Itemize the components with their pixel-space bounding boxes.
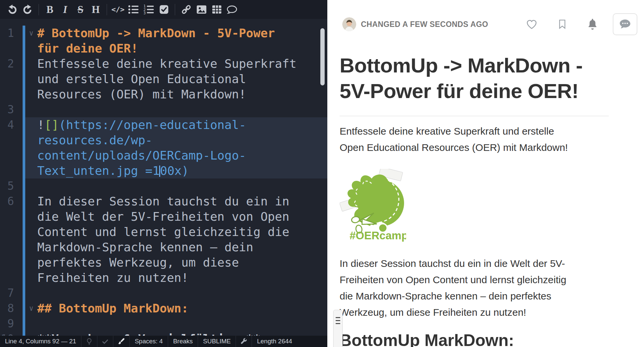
authorship-bar <box>23 102 25 117</box>
code-line-2-row3[interactable]: Resources (OER) mit Markdown! <box>0 87 327 102</box>
link-icon[interactable] <box>178 3 194 17</box>
authorship-bar <box>23 286 25 301</box>
gutter-gap <box>14 286 23 301</box>
code-line-8[interactable]: 8∨## BottomUp MarkDown: <box>0 301 327 316</box>
line-number: 9 <box>0 316 14 331</box>
code-text: Markdown-Sprache kennen – dein <box>37 240 253 255</box>
authorship-bar <box>23 316 25 331</box>
line-number <box>0 87 14 102</box>
code-line-6-row3[interactable]: Content und lernst gleichzeitig die <box>0 224 327 240</box>
toolbar-separator <box>175 4 175 15</box>
line-number <box>0 270 14 286</box>
line-number: 7 <box>0 286 14 301</box>
gutter-gap <box>14 102 23 117</box>
avatar[interactable] <box>342 17 356 31</box>
preferences-button[interactable] <box>236 336 252 347</box>
night-mode-toggle[interactable] <box>81 336 97 347</box>
brush-toggle[interactable] <box>113 336 129 347</box>
code-line-9[interactable]: 9 <box>0 316 327 331</box>
code-icon[interactable]: </> <box>110 3 126 17</box>
gutter-gap <box>14 301 23 316</box>
code-line-5[interactable]: 5 <box>0 178 327 194</box>
code-line-10[interactable]: 10**Verwahren & Vervielfältigen** <box>0 331 327 336</box>
authorship-bar <box>23 71 25 87</box>
fold-gutter <box>25 224 37 240</box>
code-line-6-row1[interactable]: 6In dieser Session tauchst du ein in <box>0 194 327 209</box>
fold-gutter <box>25 148 37 163</box>
code-line-6-row5[interactable]: perfektes Werkzeug, um diese <box>0 255 327 270</box>
toc-expand-handle[interactable] <box>333 310 343 347</box>
bold-icon[interactable]: B <box>42 3 57 17</box>
strikethrough-icon[interactable]: S <box>73 3 88 17</box>
fold-gutter <box>25 102 37 117</box>
gutter-gap <box>14 87 23 102</box>
code-text: Content und lernst gleichzeitig die <box>37 224 289 240</box>
code-line-1-row2[interactable]: für deine OER! <box>0 41 327 56</box>
gutter-gap <box>14 209 23 224</box>
wrench-icon[interactable] <box>240 338 247 345</box>
linebreak-setting-label[interactable]: Breaks <box>168 336 198 347</box>
keymap-setting-label[interactable]: SUBLIME <box>198 336 236 347</box>
rendered-document: BottomUp -> MarkDown - 5V-Power für dein… <box>327 53 610 347</box>
code-line-1-row1[interactable]: 1∨# BottomUp -> MarkDown - 5V-Power <box>0 26 327 41</box>
code-text: ## BottomUp MarkDown: <box>37 301 188 316</box>
editor-scrollbar[interactable] <box>320 28 325 85</box>
code-line-4-row3[interactable]: content/uploads/OERCamp-Logo- <box>0 148 327 163</box>
comment-icon[interactable] <box>224 3 240 17</box>
code-line-2-row1[interactable]: 2Entfessele deine kreative Superkraft <box>0 56 327 71</box>
code-line-2-row2[interactable]: und erstelle Open Educational <box>0 71 327 87</box>
image-icon[interactable] <box>194 3 209 17</box>
unordered-list-icon[interactable] <box>126 3 141 17</box>
ordered-list-icon[interactable]: 123 <box>141 3 156 17</box>
checklist-icon[interactable] <box>156 3 171 17</box>
authorship-bar <box>23 163 25 178</box>
bell-icon[interactable] <box>587 19 598 30</box>
gutter-gap <box>14 178 23 194</box>
logo-caption: #OERcamp <box>350 229 406 242</box>
gutter-gap <box>14 41 23 56</box>
authorship-bar <box>23 148 25 163</box>
check-icon[interactable] <box>102 338 109 345</box>
spellcheck-toggle[interactable] <box>97 336 113 347</box>
comment-button[interactable] <box>613 13 637 35</box>
toolbar-separator <box>39 4 39 15</box>
gutter-gap <box>14 240 23 255</box>
line-number: 2 <box>0 56 14 71</box>
code-editor[interactable]: 1∨# BottomUp -> MarkDown - 5V-Powerfür d… <box>0 19 327 336</box>
heading-icon[interactable]: H <box>88 3 103 17</box>
code-line-6-row4[interactable]: Markdown-Sprache kennen – dein <box>0 240 327 255</box>
gutter-gap <box>14 194 23 209</box>
table-icon[interactable] <box>209 3 224 17</box>
app-window: BISH</>123 1∨# BottomUp -> MarkDown - 5V… <box>0 0 644 347</box>
doc-length-label: Length 2644 <box>252 336 297 347</box>
line-number: 8 <box>0 301 14 316</box>
undo-icon[interactable] <box>5 3 20 17</box>
bookmark-icon[interactable] <box>557 19 568 30</box>
code-text: Freiheiten zu nutzen! <box>37 270 188 286</box>
code-line-3[interactable]: 3 <box>0 102 327 117</box>
heart-icon[interactable] <box>526 18 538 30</box>
doc-subheading: BottomUp MarkDown: <box>340 330 610 347</box>
authorship-bar <box>23 331 25 336</box>
brush-icon[interactable] <box>118 338 125 345</box>
code-line-4-row1[interactable]: 4![](https://open-educational- <box>0 117 327 133</box>
code-line-7[interactable]: 7 <box>0 286 327 301</box>
editor-statusbar: Line 4, Columns 92 — 21Spaces: 4BreaksSU… <box>0 336 327 347</box>
lightbulb-icon[interactable] <box>86 338 93 345</box>
authorship-bar <box>23 56 25 71</box>
authorship-bar <box>23 133 25 148</box>
authorship-bar <box>23 194 25 209</box>
fold-gutter <box>25 286 37 301</box>
redo-icon[interactable] <box>20 3 35 17</box>
indent-setting-label[interactable]: Spaces: 4 <box>130 336 168 347</box>
italic-icon[interactable]: I <box>57 3 73 17</box>
code-line-4-row2[interactable]: resources.de/wp- <box>0 133 327 148</box>
code-line-6-row2[interactable]: die Welt der 5V-Freiheiten von Open <box>0 209 327 224</box>
fold-chevron-icon[interactable]: ∨ <box>25 26 37 41</box>
line-number <box>0 209 14 224</box>
code-line-6-row6[interactable]: Freiheiten zu nutzen! <box>0 270 327 286</box>
code-line-4-row4[interactable]: Text_unten.jpg =100x) <box>0 163 327 178</box>
line-number: 4 <box>0 117 14 133</box>
fold-chevron-icon[interactable]: ∨ <box>25 301 37 316</box>
fold-gutter <box>25 194 37 209</box>
